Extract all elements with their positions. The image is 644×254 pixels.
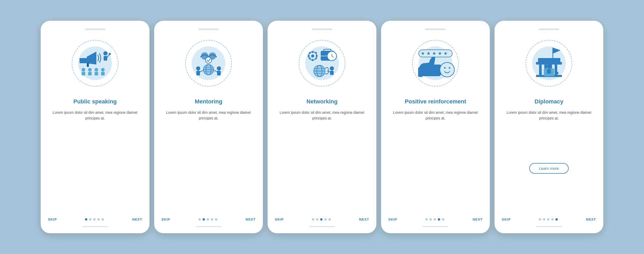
dot-3-5 <box>328 218 331 221</box>
next-button-3[interactable]: NEXT <box>359 217 369 221</box>
svg-point-64 <box>449 67 450 69</box>
dot-5-4 <box>551 218 554 221</box>
svg-marker-1 <box>87 52 96 65</box>
dot-1-4 <box>97 218 100 221</box>
skip-button-5[interactable]: SKIP <box>502 217 511 221</box>
dot-3-2 <box>316 218 318 221</box>
bottom-bar-2 <box>196 226 221 227</box>
svg-point-37 <box>311 54 314 58</box>
svg-point-78 <box>556 72 559 74</box>
svg-line-5 <box>107 54 110 57</box>
svg-rect-41 <box>316 55 318 57</box>
next-button-5[interactable]: NEXT <box>586 217 596 221</box>
svg-point-24 <box>196 66 200 70</box>
screen-title-2: Mentoring <box>195 98 222 105</box>
bottom-bar-5 <box>536 226 562 227</box>
skip-button-2[interactable]: SKIP <box>161 217 170 221</box>
nav-area-4: SKIP NEXT <box>388 214 483 221</box>
svg-rect-25 <box>196 71 200 75</box>
svg-text:★: ★ <box>438 51 442 56</box>
phone-screen-1: Public speaking Lorem ipsum dolor sit di… <box>41 21 149 233</box>
skip-button-3[interactable]: SKIP <box>275 217 284 221</box>
svg-point-63 <box>444 67 446 69</box>
dot-4-2 <box>430 218 432 221</box>
svg-rect-68 <box>538 58 560 62</box>
dot-2-4 <box>211 218 213 221</box>
dot-2-1 <box>198 218 201 221</box>
svg-text:★: ★ <box>421 51 425 56</box>
dot-4-4 <box>438 218 440 221</box>
screen-desc-5: Lorem ipsum dolor sit dim amet, mea regi… <box>502 110 596 158</box>
svg-point-77 <box>539 72 542 74</box>
svg-point-62 <box>440 62 454 77</box>
dots-4 <box>425 218 444 221</box>
dot-3-3 <box>320 218 323 221</box>
next-button-2[interactable]: NEXT <box>246 217 256 221</box>
phone-screen-2: Mentoring Lorem ipsum dolor sit dim amet… <box>154 21 263 233</box>
dot-2-3 <box>207 218 209 221</box>
phone-notch-3 <box>312 29 332 30</box>
nav-area-5: SKIP NEXT <box>502 214 596 221</box>
dot-3-1 <box>312 218 314 221</box>
svg-line-54 <box>327 71 330 72</box>
screen-desc-3: Lorem ipsum dolor sit dim amet, mea regi… <box>275 110 369 165</box>
svg-rect-40 <box>308 55 310 57</box>
phone-notch <box>85 29 105 30</box>
next-button-1[interactable]: NEXT <box>132 217 142 221</box>
dot-5-1 <box>539 218 541 221</box>
illustration-mentoring <box>180 35 237 92</box>
dots-2 <box>198 218 217 221</box>
mentoring-icon <box>188 43 229 84</box>
screen-title-3: Networking <box>306 98 338 105</box>
next-button-4[interactable]: NEXT <box>473 217 483 221</box>
screen-title-1: Public speaking <box>73 98 117 105</box>
phone-screen-5: Diplomacy Lorem ipsum dolor sit dim amet… <box>495 21 603 233</box>
svg-rect-12 <box>88 72 92 75</box>
svg-text:★: ★ <box>432 51 436 56</box>
dot-2-5 <box>215 218 217 221</box>
public-speaking-icon <box>74 43 116 84</box>
dot-1-2 <box>89 218 91 221</box>
svg-point-7 <box>82 68 85 72</box>
svg-point-6 <box>109 53 111 55</box>
bottom-bar-1 <box>82 226 108 227</box>
dot-4-5 <box>442 218 444 221</box>
svg-rect-43 <box>315 52 317 54</box>
learn-more-button[interactable]: Learn more <box>529 163 569 174</box>
skip-button-4[interactable]: SKIP <box>388 217 397 221</box>
skip-button-1[interactable]: SKIP <box>48 217 57 221</box>
svg-line-29 <box>214 70 217 72</box>
screen-desc-2: Lorem ipsum dolor sit dim amet, mea regi… <box>161 110 256 165</box>
dot-2-2 <box>203 218 205 221</box>
svg-point-9 <box>95 68 98 72</box>
dots-1 <box>85 218 104 221</box>
networking-icon <box>301 43 343 84</box>
svg-point-27 <box>217 66 221 70</box>
svg-text:★: ★ <box>443 51 448 56</box>
phone-screen-4: ★ ★ ★ ★ ★ Positive reinforcement Lorem i… <box>381 21 490 233</box>
dot-1-5 <box>102 218 104 221</box>
phone-notch-2 <box>198 29 219 30</box>
svg-rect-0 <box>80 58 87 63</box>
dot-1-1 <box>85 218 87 221</box>
svg-rect-14 <box>101 72 105 75</box>
phone-notch-5 <box>539 29 559 30</box>
screen-title-4: Positive reinforcement <box>405 98 466 105</box>
nav-area-2: SKIP NEXT <box>161 214 256 221</box>
svg-rect-53 <box>330 71 334 75</box>
screen-desc-1: Lorem ipsum dolor sit dim amet, mea regi… <box>48 110 142 165</box>
svg-text:★: ★ <box>426 51 431 56</box>
svg-marker-66 <box>553 48 561 54</box>
dot-3-4 <box>324 218 327 221</box>
illustration-diplomacy <box>520 35 577 92</box>
positive-reinforcement-icon: ★ ★ ★ ★ ★ <box>413 43 457 84</box>
screen-title-5: Diplomacy <box>534 98 563 105</box>
svg-point-75 <box>547 64 551 69</box>
svg-rect-2 <box>87 63 89 67</box>
svg-rect-11 <box>82 72 85 75</box>
dot-5-2 <box>543 218 545 221</box>
svg-rect-39 <box>312 59 313 61</box>
svg-point-52 <box>330 66 334 70</box>
svg-rect-61 <box>418 67 423 77</box>
nav-area-1: SKIP NEXT <box>48 214 142 221</box>
